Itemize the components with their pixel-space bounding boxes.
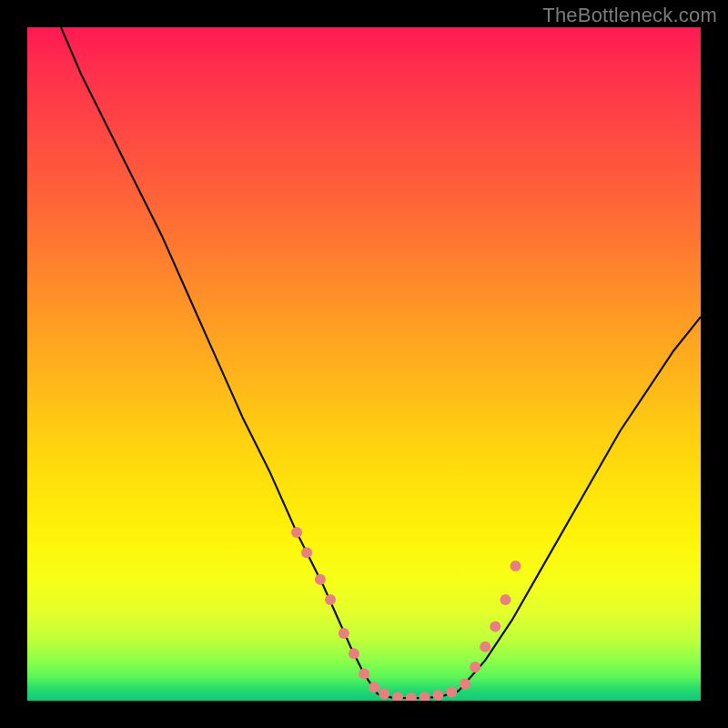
highlight-dot (349, 648, 359, 659)
highlight-dots (291, 527, 521, 701)
highlight-dot (480, 642, 490, 652)
highlight-dot (432, 690, 443, 701)
curve-right-branch (459, 317, 701, 691)
highlight-dot (301, 547, 312, 558)
watermark-text: TheBottleneck.com (542, 4, 717, 27)
highlight-dot (446, 686, 457, 697)
curve-left-branch (61, 27, 378, 694)
highlight-dot (291, 527, 302, 538)
highlight-dot (460, 679, 470, 690)
curve-overlay (27, 27, 701, 701)
plot-area (27, 27, 701, 701)
highlight-dot (359, 668, 369, 679)
highlight-dot (511, 561, 521, 571)
highlight-dot (339, 628, 349, 639)
highlight-dot (490, 622, 500, 632)
highlight-dot (470, 662, 480, 672)
highlight-dot (325, 594, 336, 605)
highlight-dot (500, 594, 511, 605)
highlight-dot (315, 574, 326, 585)
highlight-dot (379, 689, 389, 700)
highlight-dot (392, 692, 403, 701)
highlight-dot (406, 693, 417, 701)
chart-stage: TheBottleneck.com (0, 0, 728, 728)
highlight-dot (369, 682, 379, 693)
highlight-dot (420, 692, 430, 701)
